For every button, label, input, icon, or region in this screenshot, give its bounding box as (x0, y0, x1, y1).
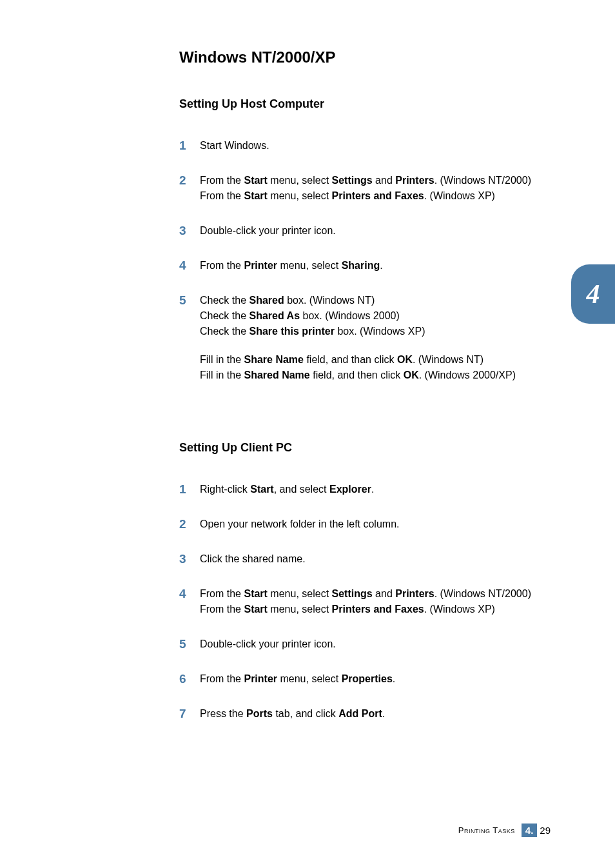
step-body: Click the shared name. (200, 551, 551, 567)
text-run: . (393, 673, 395, 684)
chapter-side-tab: 4 (571, 264, 615, 324)
bold-text: OK (397, 354, 413, 365)
bold-text: Printers and Faxes (332, 604, 424, 615)
text-run: tab, and click (273, 708, 338, 719)
bold-text: Printers and Faxes (332, 190, 424, 201)
page-content: Windows NT/2000/XP Setting Up Host Compu… (0, 0, 615, 722)
text-run: Check the (200, 326, 249, 337)
text-run: menu, select (277, 673, 342, 684)
step-body: From the Printer menu, select Sharing. (200, 258, 551, 273)
bold-text: Share this printer (249, 326, 334, 337)
bold-text: Start (244, 190, 267, 201)
step-text: Click the shared name. (200, 553, 306, 564)
list-item: 2 From the Start menu, select Settings a… (179, 173, 551, 204)
chapter-number: 4 (587, 279, 600, 310)
text-run: From the (200, 604, 244, 615)
bold-text: Printer (244, 260, 277, 271)
text-run: . (380, 260, 382, 271)
client-heading: Setting Up Client PC (179, 441, 551, 455)
text-run: From the (200, 175, 244, 186)
step-number: 1 (179, 138, 200, 153)
text-run: From the (200, 673, 244, 684)
bold-text: Properties (342, 673, 393, 684)
bold-text: Sharing (342, 260, 380, 271)
bold-text: Add Port (338, 708, 382, 719)
step-body: Right-click Start, and select Explorer. (200, 482, 551, 497)
text-run: . (Windows XP) (424, 190, 495, 201)
bold-text: OK (404, 370, 419, 380)
step-number: 5 (179, 293, 200, 308)
bold-text: Start (244, 604, 267, 615)
step-number: 5 (179, 636, 200, 652)
text-run: field, and then click (310, 370, 404, 380)
text-run: menu, select (268, 604, 332, 615)
text-run: box. (Windows NT) (284, 295, 375, 306)
text-run: and (373, 175, 396, 186)
bold-text: Shared Name (244, 370, 309, 380)
text-run: menu, select (268, 190, 332, 201)
text-run: . (Windows XP) (424, 604, 495, 615)
text-run: . (Windows NT) (413, 354, 483, 365)
step-text: Double-click your printer icon. (200, 225, 336, 236)
list-item: 2 Open your network folder in the left c… (179, 517, 551, 532)
step-number: 2 (179, 517, 200, 532)
footer-page-number: 29 (540, 825, 551, 836)
text-run: menu, select (268, 175, 332, 186)
text-run: box. (Windows 2000) (300, 310, 400, 321)
bold-text: Printer (244, 673, 277, 684)
footer-chapter-box: 4. (522, 824, 538, 837)
step-body: Start Windows. (200, 138, 551, 153)
step-number: 2 (179, 173, 200, 188)
step-body: Open your network folder in the left col… (200, 517, 551, 532)
text-run: From the (200, 260, 244, 271)
step-number: 7 (179, 706, 200, 722)
bold-text: Share Name (244, 354, 304, 365)
text-run: , and select (274, 484, 329, 495)
list-item: 3 Click the shared name. (179, 551, 551, 567)
step-number: 6 (179, 671, 200, 687)
bold-text: Printers (395, 588, 434, 599)
bold-text: Shared As (249, 310, 300, 321)
bold-text: Explorer (329, 484, 371, 495)
text-run: . (382, 708, 385, 719)
text-run: menu, select (277, 260, 342, 271)
bold-text: Printers (395, 175, 434, 186)
text-run: field, and than click (304, 354, 397, 365)
step-body: From the Start menu, select Settings and… (200, 173, 551, 204)
step-body: Press the Ports tab, and click Add Port. (200, 706, 551, 722)
text-run: Right-click (200, 484, 250, 495)
text-run: . (Windows NT/2000) (434, 175, 531, 186)
text-run: From the (200, 588, 244, 599)
host-heading: Setting Up Host Computer (179, 97, 551, 111)
step-body: From the Printer menu, select Properties… (200, 671, 551, 687)
bold-text: Start (244, 588, 267, 599)
text-run: Press the (200, 708, 246, 719)
step-number: 3 (179, 551, 200, 567)
bold-text: Start (250, 484, 273, 495)
bold-text: Settings (332, 588, 373, 599)
step-body: Check the Shared box. (Windows NT)Check … (200, 293, 551, 383)
step-number: 1 (179, 482, 200, 497)
page-footer: Printing Tasks 4. 29 (458, 824, 551, 837)
text-run: menu, select (268, 588, 332, 599)
text-run: Fill in the (200, 370, 244, 380)
list-item: 4 From the Start menu, select Settings a… (179, 586, 551, 617)
client-step-list: 1 Right-click Start, and select Explorer… (179, 482, 551, 722)
list-item: 1 Right-click Start, and select Explorer… (179, 482, 551, 497)
step-text: Double-click your printer icon. (200, 638, 336, 649)
step-number: 4 (179, 586, 200, 602)
footer-section-title: Printing Tasks (458, 825, 515, 835)
list-item: 4 From the Printer menu, select Sharing. (179, 258, 551, 273)
text-run: . (Windows 2000/XP) (419, 370, 516, 380)
bold-text: Settings (332, 175, 373, 186)
bold-text: Ports (246, 708, 273, 719)
text-run: Check the (200, 295, 249, 306)
text-run: . (371, 484, 374, 495)
list-item: 5 Check the Shared box. (Windows NT)Chec… (179, 293, 551, 383)
text-run: Check the (200, 310, 249, 321)
step-number: 3 (179, 223, 200, 239)
step-text: Start Windows. (200, 140, 269, 151)
host-step-list: 1 Start Windows. 2 From the Start menu, … (179, 138, 551, 383)
bold-text: Shared (249, 295, 284, 306)
step-body: From the Start menu, select Settings and… (200, 586, 551, 617)
